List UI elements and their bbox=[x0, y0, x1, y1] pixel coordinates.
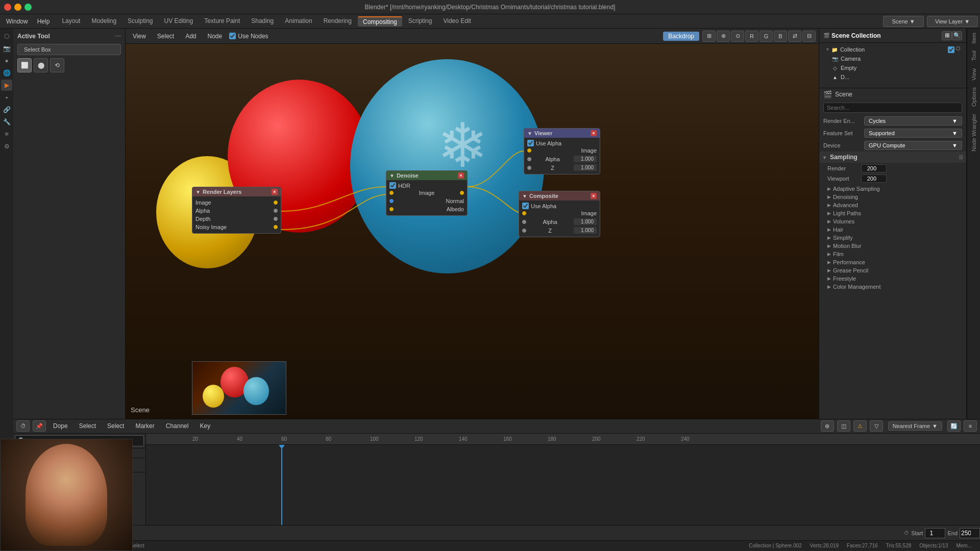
composite-collapse[interactable]: ▼ bbox=[522, 193, 527, 199]
vw-alpha-sock[interactable] bbox=[527, 157, 531, 161]
scene-selector[interactable]: Scene ▼ bbox=[883, 16, 924, 27]
section-light-paths[interactable]: Light Paths bbox=[819, 209, 966, 217]
feature-set-dropdown[interactable]: Supported ▼ bbox=[864, 129, 962, 138]
item-tab[interactable]: Item bbox=[970, 31, 978, 45]
section-grease-pencil[interactable]: Grease Pencil bbox=[819, 266, 966, 274]
tab-compositing[interactable]: Compositing bbox=[358, 16, 402, 27]
depth-socket[interactable] bbox=[274, 217, 278, 221]
search-outliner[interactable]: 🔍 bbox=[952, 31, 962, 40]
composite-close[interactable]: × bbox=[591, 193, 597, 199]
rot-x-icon[interactable]: R bbox=[745, 31, 758, 42]
viewport[interactable]: ❄ View Select Add Node Use Nodes Backdro… bbox=[126, 29, 819, 419]
tab-rendering[interactable]: Rendering bbox=[318, 16, 357, 27]
noisy-socket[interactable] bbox=[274, 225, 278, 229]
tab-layout[interactable]: Layout bbox=[57, 16, 85, 27]
warning-icon[interactable]: ⚠ bbox=[853, 420, 867, 432]
use-nodes-input[interactable] bbox=[229, 33, 236, 39]
filter-icon[interactable]: ⊞ bbox=[942, 31, 952, 40]
image-socket[interactable] bbox=[274, 201, 278, 205]
zoom-icon[interactable]: ⊕ bbox=[717, 31, 730, 42]
frame-all-icon[interactable]: ⊞ bbox=[702, 31, 716, 42]
vw-img-sock[interactable] bbox=[527, 148, 531, 153]
modifier-icon[interactable]: 🔧 bbox=[1, 116, 12, 128]
render-layers-close[interactable]: × bbox=[272, 189, 278, 195]
tool-tab[interactable]: Tool bbox=[970, 48, 978, 63]
section-simplify[interactable]: Simplify bbox=[819, 234, 966, 242]
minimize-button[interactable] bbox=[14, 4, 21, 11]
comp-alpha-input[interactable] bbox=[522, 203, 529, 209]
layout-icon[interactable]: ⊟ bbox=[802, 31, 816, 42]
section-film[interactable]: Film bbox=[819, 250, 966, 258]
menu-window[interactable]: Window bbox=[2, 17, 32, 26]
dope-sheet-label[interactable]: Dope bbox=[49, 421, 72, 431]
sync-icon[interactable]: 🔄 bbox=[947, 420, 961, 432]
sampling-options-icon[interactable]: ☰ bbox=[959, 155, 963, 160]
timeline-options-icon[interactable]: ≡ bbox=[964, 420, 977, 432]
rot-b-icon[interactable]: B bbox=[774, 31, 787, 42]
particles-icon[interactable]: ✳ bbox=[1, 129, 12, 140]
tab-video-edit[interactable]: Video Edit bbox=[438, 16, 476, 27]
timeline-marker-menu[interactable]: Marker bbox=[131, 421, 158, 431]
comp-use-alpha-checkbox[interactable]: Use Alpha bbox=[522, 203, 597, 209]
material-icon[interactable]: ● bbox=[1, 55, 12, 66]
cp-alpha-val[interactable]: 1.000 bbox=[574, 218, 597, 225]
rot-g-icon[interactable]: G bbox=[760, 31, 773, 42]
backdrop-button[interactable]: Backdrop bbox=[663, 32, 699, 41]
object-icon[interactable]: ▪ bbox=[1, 92, 12, 103]
editor-type-icon[interactable]: ⏱ bbox=[16, 420, 30, 432]
node-wrangler-tab[interactable]: Node Wrangler bbox=[970, 112, 978, 154]
collection-item-main[interactable]: ▼ 📁 Collection bbox=[821, 45, 964, 54]
collection-item-camera[interactable]: 📷 Camera bbox=[821, 54, 964, 63]
render-engine-dropdown[interactable]: Cycles ▼ bbox=[864, 116, 962, 126]
alpha-socket[interactable] bbox=[274, 209, 278, 213]
cp-z-val[interactable]: 1.000 bbox=[574, 227, 597, 234]
section-performance[interactable]: Performance bbox=[819, 258, 966, 266]
viewport-samples-input[interactable] bbox=[861, 174, 887, 183]
select-menu[interactable]: Select bbox=[153, 32, 178, 41]
start-frame-input[interactable] bbox=[925, 528, 945, 538]
viewer-close[interactable]: × bbox=[591, 130, 597, 136]
cp-alpha-sock[interactable] bbox=[522, 220, 526, 224]
vw-alpha-val[interactable]: 1.000 bbox=[574, 156, 597, 162]
denoise-collapse[interactable]: ▼ bbox=[389, 173, 395, 179]
timeline-channel-menu[interactable]: Channel bbox=[162, 421, 193, 431]
denoise-close[interactable]: × bbox=[458, 172, 464, 179]
vw-z-sock[interactable] bbox=[527, 166, 531, 170]
tab-shading[interactable]: Shading bbox=[246, 16, 279, 27]
only-selected-icon[interactable]: ◫ bbox=[837, 420, 850, 432]
add-menu[interactable]: Add bbox=[181, 32, 200, 41]
vw-z-val[interactable]: 1.000 bbox=[574, 164, 597, 171]
viewer-collapse[interactable]: ▼ bbox=[527, 131, 532, 136]
view-layer-selector[interactable]: View Layer ▼ bbox=[927, 16, 978, 27]
cp-img-sock[interactable] bbox=[522, 211, 526, 215]
dn-alb-in[interactable] bbox=[389, 207, 394, 211]
render-icon[interactable]: 📷 bbox=[1, 43, 12, 54]
section-volumes[interactable]: Volumes bbox=[819, 217, 966, 226]
section-color-management[interactable]: Color Management bbox=[819, 283, 966, 291]
close-button[interactable] bbox=[4, 4, 11, 11]
maximize-button[interactable] bbox=[24, 4, 32, 11]
section-freestyle[interactable]: Freestyle bbox=[819, 274, 966, 283]
physics-icon[interactable]: ⚙ bbox=[1, 141, 12, 152]
timeline-select-menu[interactable]: Select bbox=[103, 421, 128, 431]
tab-sculpting[interactable]: Sculpting bbox=[122, 16, 158, 27]
viewer-alpha-input[interactable] bbox=[527, 140, 534, 146]
view-tab[interactable]: View bbox=[970, 66, 978, 83]
dn-norm-in[interactable] bbox=[389, 199, 394, 203]
constraint-icon[interactable]: 🔗 bbox=[1, 104, 12, 115]
dn-out-socket[interactable] bbox=[460, 191, 464, 195]
end-frame-input[interactable] bbox=[960, 528, 980, 538]
render-samples-input[interactable] bbox=[861, 164, 887, 172]
viewer-use-alpha-checkbox[interactable]: Use Alpha bbox=[527, 140, 597, 146]
props-search-input[interactable] bbox=[823, 103, 962, 113]
timeline-pin-icon[interactable]: 📌 bbox=[33, 420, 46, 432]
section-denoising[interactable]: Denoising bbox=[819, 193, 966, 201]
use-nodes-checkbox[interactable]: Use Nodes bbox=[229, 33, 268, 40]
filter-icon-timeline[interactable]: ▽ bbox=[870, 420, 883, 432]
tab-scripting[interactable]: Scripting bbox=[403, 16, 437, 27]
scene-icon[interactable]: ▶ bbox=[1, 80, 12, 91]
section-motion-blur[interactable]: Motion Blur bbox=[819, 242, 966, 250]
tab-uv-editing[interactable]: UV Editing bbox=[159, 16, 198, 27]
menu-help[interactable]: Help bbox=[33, 17, 54, 26]
cp-z-sock[interactable] bbox=[522, 229, 526, 233]
